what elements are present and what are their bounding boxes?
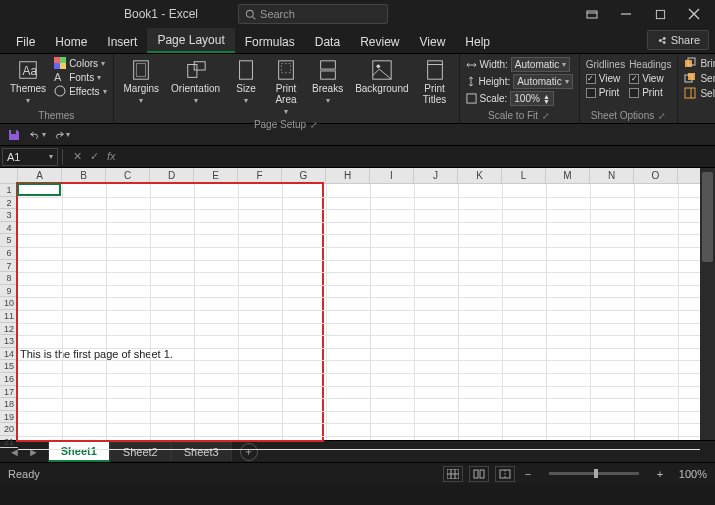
- col-header-E[interactable]: E: [194, 168, 238, 183]
- row-header-18[interactable]: 18: [0, 398, 18, 411]
- headings-print-check[interactable]: Print: [629, 87, 663, 98]
- tab-insert[interactable]: Insert: [97, 30, 147, 53]
- zoom-slider[interactable]: [549, 472, 639, 475]
- fx-button[interactable]: fx: [107, 150, 116, 163]
- row-header-14[interactable]: 14: [0, 348, 18, 361]
- vertical-scrollbar[interactable]: [700, 168, 715, 440]
- cancel-formula-button[interactable]: ✕: [73, 150, 82, 163]
- col-header-L[interactable]: L: [502, 168, 546, 183]
- effects-button[interactable]: Effects▾: [54, 85, 106, 97]
- print-titles-button[interactable]: Print Titles: [417, 57, 453, 107]
- row-header-4[interactable]: 4: [0, 222, 18, 235]
- page-break-view-button[interactable]: [495, 466, 515, 482]
- search-box[interactable]: Search: [238, 4, 388, 24]
- breaks-button[interactable]: Breaks▾: [308, 57, 347, 108]
- new-sheet-button[interactable]: ＋: [240, 443, 258, 461]
- row-header-1[interactable]: 1: [0, 184, 18, 197]
- column-headers[interactable]: ABCDEFGHIJKLMNO: [18, 168, 700, 184]
- scale-spinner[interactable]: 100%▲▼: [510, 91, 554, 106]
- row-headers[interactable]: 123456789101112131415161718192021: [0, 184, 18, 440]
- close-button[interactable]: [677, 0, 711, 28]
- row-header-10[interactable]: 10: [0, 297, 18, 310]
- row-header-2[interactable]: 2: [0, 197, 18, 210]
- col-header-H[interactable]: H: [326, 168, 370, 183]
- sheet-tab-2[interactable]: Sheet2: [110, 442, 171, 461]
- undo-button[interactable]: ▾: [30, 127, 46, 143]
- col-header-B[interactable]: B: [62, 168, 106, 183]
- zoom-out-button[interactable]: −: [521, 468, 535, 480]
- col-header-G[interactable]: G: [282, 168, 326, 183]
- minimize-button[interactable]: [609, 0, 643, 28]
- margins-button[interactable]: Margins▾: [120, 57, 164, 108]
- colors-button[interactable]: Colors▾: [54, 57, 106, 69]
- redo-button[interactable]: ▾: [54, 127, 70, 143]
- sheet-tab-1[interactable]: Sheet1: [48, 441, 110, 462]
- row-header-12[interactable]: 12: [0, 323, 18, 336]
- row-header-21[interactable]: 21: [0, 436, 18, 449]
- enter-formula-button[interactable]: ✓: [90, 150, 99, 163]
- themes-button[interactable]: Aa Themes▾: [6, 57, 50, 108]
- row-header-3[interactable]: 3: [0, 209, 18, 222]
- col-header-D[interactable]: D: [150, 168, 194, 183]
- col-header-N[interactable]: N: [590, 168, 634, 183]
- maximize-button[interactable]: [643, 0, 677, 28]
- width-combo[interactable]: Automatic▾: [511, 57, 570, 72]
- sheet-nav-next[interactable]: ►: [25, 446, 42, 458]
- size-button[interactable]: Size▾: [228, 57, 264, 108]
- cells-area[interactable]: This is the first page of sheet 1.: [18, 184, 700, 440]
- sheet-tab-3[interactable]: Sheet3: [171, 442, 232, 461]
- tab-page-layout[interactable]: Page Layout: [147, 28, 234, 53]
- col-header-I[interactable]: I: [370, 168, 414, 183]
- tab-help[interactable]: Help: [455, 30, 500, 53]
- row-header-11[interactable]: 11: [0, 310, 18, 323]
- headings-view-check[interactable]: ✓View: [629, 73, 664, 84]
- col-header-J[interactable]: J: [414, 168, 458, 183]
- tab-view[interactable]: View: [410, 30, 456, 53]
- row-header-5[interactable]: 5: [0, 234, 18, 247]
- send-backward-button[interactable]: Send Backward▾: [684, 72, 715, 84]
- tab-formulas[interactable]: Formulas: [235, 30, 305, 53]
- zoom-in-button[interactable]: +: [653, 468, 667, 480]
- ribbon-display-button[interactable]: [575, 0, 609, 28]
- row-header-8[interactable]: 8: [0, 272, 18, 285]
- normal-view-button[interactable]: [443, 466, 463, 482]
- selection-pane-button[interactable]: Selection Pane: [684, 87, 715, 99]
- gridlines-view-check[interactable]: ✓View: [586, 73, 621, 84]
- row-header-17[interactable]: 17: [0, 386, 18, 399]
- fonts-button[interactable]: AFonts▾: [54, 71, 106, 83]
- scrollbar-thumb[interactable]: [702, 172, 713, 262]
- col-header-C[interactable]: C: [106, 168, 150, 183]
- sheet-options-launcher[interactable]: ⤢: [658, 111, 666, 121]
- zoom-thumb[interactable]: [594, 469, 598, 478]
- select-all-button[interactable]: [0, 168, 18, 184]
- share-button[interactable]: Share: [647, 30, 709, 50]
- col-header-O[interactable]: O: [634, 168, 678, 183]
- spreadsheet-grid[interactable]: ABCDEFGHIJKLMNO 123456789101112131415161…: [0, 168, 715, 440]
- col-header-M[interactable]: M: [546, 168, 590, 183]
- row-header-15[interactable]: 15: [0, 360, 18, 373]
- tab-home[interactable]: Home: [45, 30, 97, 53]
- print-area-button[interactable]: Print Area▾: [268, 57, 304, 119]
- col-header-K[interactable]: K: [458, 168, 502, 183]
- gridlines-print-check[interactable]: Print: [586, 87, 620, 98]
- height-combo[interactable]: Automatic▾: [513, 74, 572, 89]
- scale-launcher[interactable]: ⤢: [542, 111, 550, 121]
- bring-forward-button[interactable]: Bring Forward▾: [684, 57, 715, 69]
- row-header-13[interactable]: 13: [0, 335, 18, 348]
- zoom-level[interactable]: 100%: [679, 468, 707, 480]
- row-header-7[interactable]: 7: [0, 260, 18, 273]
- col-header-F[interactable]: F: [238, 168, 282, 183]
- tab-file[interactable]: File: [6, 30, 45, 53]
- row-header-20[interactable]: 20: [0, 423, 18, 436]
- row-header-19[interactable]: 19: [0, 411, 18, 424]
- orientation-button[interactable]: Orientation▾: [167, 57, 224, 108]
- background-button[interactable]: Background: [351, 57, 412, 96]
- row-header-9[interactable]: 9: [0, 285, 18, 298]
- row-header-6[interactable]: 6: [0, 247, 18, 260]
- page-layout-view-button[interactable]: [469, 466, 489, 482]
- name-box[interactable]: A1▾: [2, 148, 58, 166]
- formula-input[interactable]: [116, 147, 715, 166]
- page-setup-launcher[interactable]: ⤢: [310, 120, 318, 130]
- save-button[interactable]: [6, 127, 22, 143]
- row-header-16[interactable]: 16: [0, 373, 18, 386]
